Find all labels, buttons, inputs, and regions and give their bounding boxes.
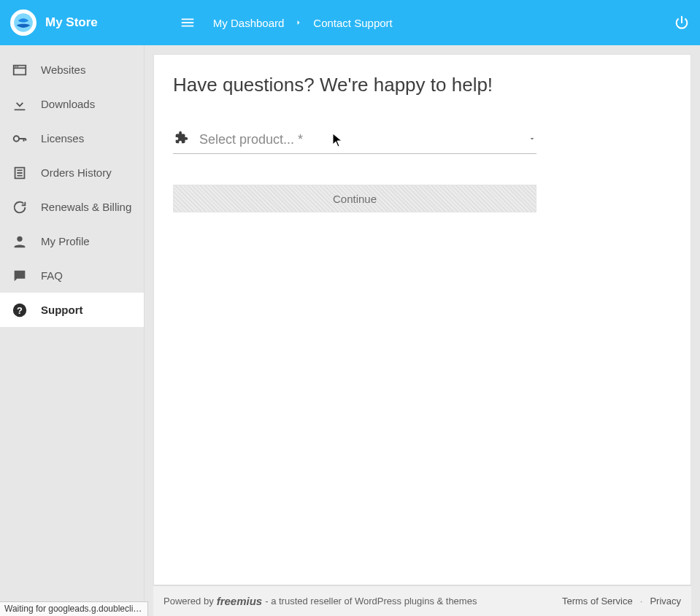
sidebar-item-label: Support — [41, 304, 83, 316]
sidebar-item-label: Websites — [41, 63, 85, 76]
download-icon — [12, 96, 28, 112]
sidebar-item-websites[interactable]: Websites — [0, 53, 144, 87]
help-icon: ? — [12, 302, 28, 318]
chevron-right-icon — [294, 18, 303, 27]
footer-powered-prefix: Powered by — [164, 596, 214, 607]
logout-button[interactable] — [674, 15, 690, 31]
footer-separator: · — [640, 596, 643, 607]
footer: Powered by freemius - a trusted reseller… — [153, 585, 691, 616]
caret-down-icon — [528, 133, 536, 146]
sidebar-item-faq[interactable]: FAQ — [0, 258, 144, 293]
sidebar-item-orders[interactable]: Orders History — [0, 155, 144, 190]
breadcrumb-current: Contact Support — [313, 17, 392, 29]
brand[interactable]: My Store — [10, 9, 98, 36]
sidebar-item-profile[interactable]: My Profile — [0, 224, 144, 258]
sidebar-item-label: Licenses — [41, 132, 84, 145]
product-select[interactable]: Select product... * — [173, 130, 536, 154]
sidebar-item-label: FAQ — [41, 269, 63, 282]
list-icon — [12, 165, 28, 181]
svg-point-4 — [17, 236, 22, 241]
brand-logo-icon — [10, 9, 36, 36]
breadcrumb: My Dashboard Contact Support — [213, 17, 393, 29]
breadcrumb-root[interactable]: My Dashboard — [213, 17, 285, 29]
sidebar-item-label: My Profile — [41, 235, 90, 247]
sidebar-item-label: Downloads — [41, 98, 95, 110]
svg-rect-1 — [15, 66, 17, 66]
sidebar-item-support[interactable]: ? Support — [0, 293, 144, 327]
app-header: My Store My Dashboard Contact Support — [0, 0, 700, 45]
chat-icon — [12, 268, 28, 284]
footer-terms-link[interactable]: Terms of Service — [562, 596, 633, 607]
menu-toggle-icon[interactable] — [180, 15, 196, 31]
svg-point-0 — [14, 13, 33, 32]
page-title: Have questions? We're happy to help! — [173, 74, 672, 96]
product-select-placeholder: Select product... * — [199, 132, 303, 147]
refresh-icon — [12, 199, 28, 215]
footer-tagline: - a trusted reseller of WordPress plugin… — [265, 596, 477, 607]
continue-button[interactable]: Continue — [173, 185, 536, 212]
key-icon — [12, 131, 28, 147]
footer-brand[interactable]: freemius — [217, 595, 263, 607]
sidebar-item-label: Renewals & Billing — [41, 201, 131, 213]
puzzle-icon — [173, 130, 189, 149]
sidebar-item-licenses[interactable]: Licenses — [0, 121, 144, 155]
footer-privacy-link[interactable]: Privacy — [650, 596, 681, 607]
sidebar-item-renewals[interactable]: Renewals & Billing — [0, 190, 144, 224]
web-icon — [12, 62, 28, 78]
store-name: My Store — [45, 15, 98, 30]
sidebar-item-label: Orders History — [41, 166, 112, 179]
continue-button-label: Continue — [333, 193, 377, 205]
svg-rect-2 — [17, 66, 18, 66]
browser-status-bar: Waiting for googleads.g.doublecli… — [0, 601, 148, 616]
svg-text:?: ? — [17, 304, 23, 315]
person-icon — [12, 234, 28, 250]
sidebar: Websites Downloads Licenses Orders Histo… — [0, 45, 145, 616]
svg-point-3 — [14, 136, 19, 141]
sidebar-item-downloads[interactable]: Downloads — [0, 87, 144, 121]
main-content: Have questions? We're happy to help! Sel… — [153, 54, 691, 585]
